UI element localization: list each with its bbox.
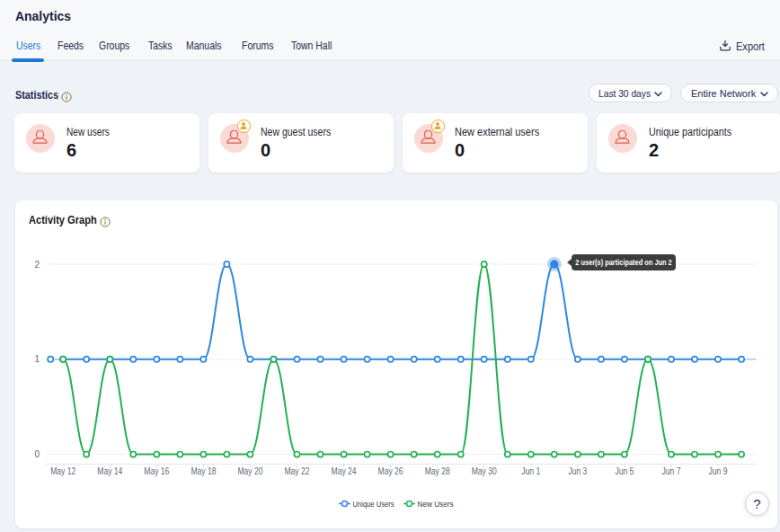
svg-text:2: 2 [34,260,40,270]
svg-text:New Users: New Users [418,499,454,509]
svg-text:0: 0 [34,449,40,459]
svg-text:Unique Users: Unique Users [353,499,394,509]
svg-text:1: 1 [34,354,40,364]
